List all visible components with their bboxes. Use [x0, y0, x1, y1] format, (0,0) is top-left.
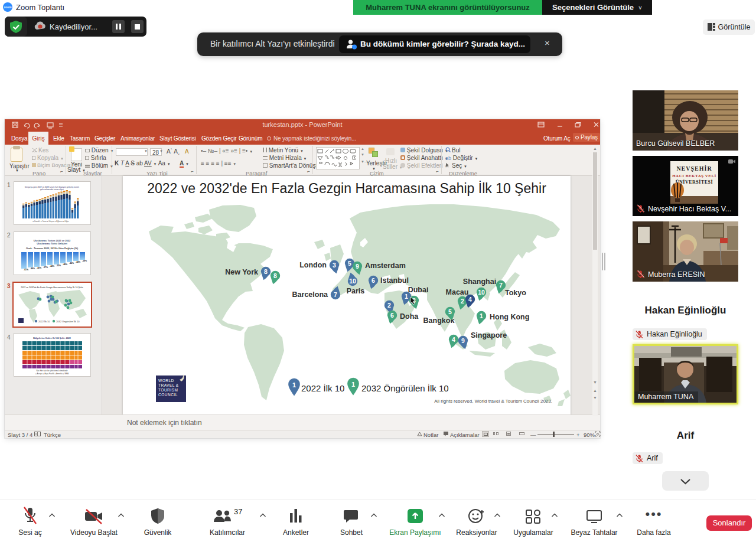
svg-text:Singapore: Singapore	[471, 331, 507, 339]
svg-text:6: 6	[390, 312, 394, 319]
svg-text:9: 9	[356, 263, 359, 270]
svg-text:● Konakl. ● Yeme ● Ulaşım ●: ● Konakl. ● Yeme ● Ulaşım ● Eğlence ● Di…	[32, 220, 69, 223]
svg-text:Macau: Macau	[446, 288, 469, 296]
svg-text:7: 7	[499, 282, 503, 289]
svg-text:Barcelona: Barcelona	[292, 290, 328, 299]
svg-text:2032 Öngörülen İlk 10: 2032 Öngörülen İlk 10	[361, 383, 449, 393]
svg-text:Shanghai: Shanghai	[463, 277, 496, 286]
svg-text:7: 7	[334, 291, 337, 298]
svg-text:-48%: -48%	[63, 263, 67, 266]
svg-text:8: 8	[273, 272, 277, 279]
svg-text:-40%: -40%	[37, 267, 41, 269]
svg-text:4: 4	[468, 296, 472, 303]
svg-text:2022 İlk 10: 2022 İlk 10	[301, 383, 344, 393]
svg-text:-61%: -61%	[24, 269, 28, 271]
svg-text:10: 10	[349, 277, 356, 285]
svg-text:2032 Öngörülen İlk 10: 2032 Öngörülen İlk 10	[56, 320, 80, 323]
svg-text:Dubai: Dubai	[408, 286, 429, 294]
svg-text:4: 4	[452, 336, 455, 343]
svg-text:Istanbul: Istanbul	[380, 276, 409, 285]
svg-text:-44%: -44%	[76, 261, 80, 263]
svg-text:1: 1	[292, 381, 296, 388]
svg-text:Hong Kong: Hong Kong	[490, 313, 529, 321]
svg-text:All rights reserved, World tra: All rights reserved, World travel & Tour…	[434, 399, 552, 404]
svg-text:2022 ve 2032'de En Fazla Gezgi: 2022 ve 2032'de En Fazla Gezgin Harcamas…	[21, 286, 83, 289]
svg-text:TRAVEL &: TRAVEL &	[158, 383, 179, 387]
svg-text:Amsterdam: Amsterdam	[365, 262, 406, 270]
svg-text:2: 2	[387, 302, 391, 309]
svg-text:5: 5	[448, 308, 452, 315]
svg-text:New York: New York	[225, 268, 258, 276]
svg-text:1: 1	[480, 312, 483, 319]
svg-text:-28%: -28%	[82, 260, 87, 262]
svg-text:-44%: -44%	[69, 262, 74, 265]
svg-text:9: 9	[461, 337, 465, 344]
svg-text:WORLD: WORLD	[158, 378, 174, 383]
svg-text:Bölgelerine Hekire İlk 100 Şeh: Bölgelerine Hekire İlk 100 Şehir: 2022	[33, 337, 71, 339]
svg-text:Paris: Paris	[347, 287, 365, 295]
svg-text:10: 10	[478, 289, 485, 296]
svg-text:London: London	[299, 261, 327, 269]
svg-text:TOURISM: TOURISM	[158, 388, 178, 392]
svg-text:2: 2	[461, 298, 464, 305]
svg-text:Tokyo: Tokyo	[505, 289, 526, 297]
svg-text:-44%: -44%	[30, 267, 35, 270]
svg-text:COUNCIL: COUNCIL	[158, 393, 178, 397]
svg-text:gelir anlamında turizm algısı: gelir anlamında turizm algısı	[40, 188, 64, 191]
svg-text:Uluslararası Turist Gelişleri: Uluslararası Turist Gelişleri	[37, 242, 67, 245]
svg-text:1: 1	[351, 381, 355, 388]
svg-text:-35%: -35%	[56, 265, 61, 267]
svg-text:6: 6	[372, 277, 375, 284]
svg-text:-44%: -44%	[50, 265, 54, 267]
svg-text:8: 8	[264, 268, 268, 275]
svg-text:Doha: Doha	[400, 312, 419, 321]
svg-text:Not: Her satır bir şehri tems: Not: Her satır bir şehri temsil etmekted…	[37, 370, 68, 372]
svg-text:5: 5	[348, 260, 351, 267]
svg-text:1: 1	[405, 293, 408, 300]
svg-text:Ocak - Temmuz 2022, 2019'a Gör: Ocak - Temmuz 2022, 2019'a Göre Değişim …	[26, 247, 79, 250]
svg-text:● Avrupa ● Asya-Pasifik ●: ● Avrupa ● Asya-Pasifik ● Amerika ● MEA	[35, 373, 69, 375]
svg-text:3: 3	[333, 262, 336, 269]
svg-text:2022 İlk 10: 2022 İlk 10	[38, 320, 50, 323]
svg-text:-37%: -37%	[43, 266, 48, 269]
